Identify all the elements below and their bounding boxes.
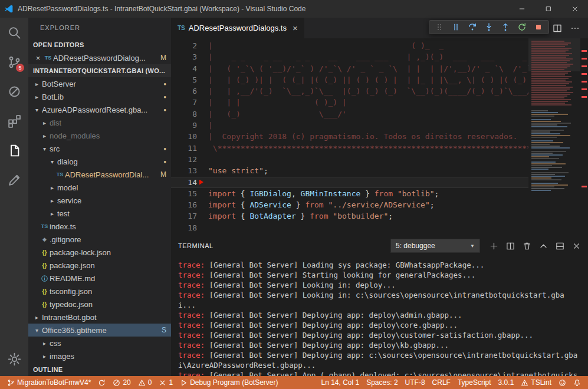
code-line[interactable]: 9| | bbox=[171, 120, 528, 131]
terminal-line: trace: [General Bot Server] Deploying ap… bbox=[178, 350, 581, 370]
search-icon[interactable] bbox=[0, 18, 28, 47]
code-line[interactable]: 13"use strict"; bbox=[171, 165, 528, 176]
tree-item[interactable]: ▾src● bbox=[28, 142, 171, 155]
code-area[interactable]: 2| ( )_ _ |3| _ _ _ __ _ _ __ ___ ___ | … bbox=[171, 38, 528, 236]
code-line[interactable]: 7| | | ( )_) | | bbox=[171, 97, 528, 108]
eol[interactable]: CRLF bbox=[429, 376, 454, 389]
code-line[interactable]: 12 bbox=[171, 154, 528, 165]
tree-item[interactable]: README.md bbox=[28, 272, 171, 285]
files-icon[interactable] bbox=[0, 136, 28, 165]
code-line[interactable]: 10| Copyright 2018 (c) pragmatismo.io. T… bbox=[171, 131, 528, 142]
tree-item[interactable]: ▸IntranetBot.gbot bbox=[28, 311, 171, 324]
version[interactable]: 3.0.1 bbox=[495, 376, 518, 389]
tree-item[interactable]: ▸images bbox=[28, 350, 171, 362]
debug-program[interactable]: Debug Program (BotServer) bbox=[176, 376, 281, 389]
code-line[interactable]: 3| _ _ _ __ _ _ __ ___ ___ | ,_)(_) ___ … bbox=[171, 51, 528, 62]
tree-item[interactable]: TSADResetPasswordDial...M bbox=[28, 168, 171, 181]
code-line[interactable]: 11 \************************************… bbox=[171, 143, 528, 154]
close-icon[interactable]: × bbox=[33, 54, 43, 62]
terminal-line: trace: [General Bot Server] Looking in: … bbox=[178, 280, 581, 290]
code-line[interactable]: 4| ( '_`\ ( '__)/'_` ) /'_`\ /' _ ` _ `\… bbox=[171, 63, 528, 74]
tree-item[interactable]: {}typedoc.json bbox=[28, 298, 171, 311]
modified-dot-badge: ● bbox=[163, 107, 166, 113]
language-mode[interactable]: TypeScript bbox=[454, 376, 495, 389]
terminal-selector[interactable]: 5: debuggee ▼ bbox=[390, 239, 480, 253]
tree-item[interactable]: ▸model bbox=[28, 181, 171, 194]
minimize-icon[interactable] bbox=[508, 0, 535, 18]
add-icon[interactable] bbox=[490, 242, 498, 250]
activity-bar-views: 5 bbox=[0, 18, 28, 194]
status-label: 1 bbox=[169, 378, 173, 387]
outline-header[interactable]: OUTLINE bbox=[28, 363, 171, 376]
close-icon[interactable]: × bbox=[293, 23, 298, 33]
tree-item[interactable]: ▸dist bbox=[28, 116, 171, 129]
restart-icon[interactable] bbox=[517, 22, 527, 32]
explorer-sidebar: EXPLORER OPEN EDITORS ×TSADResetPassword… bbox=[28, 18, 171, 376]
maximize-icon[interactable] bbox=[535, 0, 561, 18]
encoding[interactable]: UTF-8 bbox=[402, 376, 429, 389]
tree-item[interactable]: ▸BotServer● bbox=[28, 77, 171, 90]
gear-icon[interactable] bbox=[0, 344, 28, 374]
sync-button[interactable] bbox=[94, 376, 109, 389]
gripper-icon[interactable] bbox=[435, 22, 444, 32]
code-line[interactable]: 2| ( )_ _ | bbox=[171, 40, 528, 51]
readme-info-icon bbox=[40, 275, 50, 282]
chevron-up-icon[interactable] bbox=[539, 242, 548, 250]
tree-item[interactable]: ▸BotLib● bbox=[28, 90, 171, 103]
code-line[interactable]: 18 bbox=[171, 222, 528, 233]
tree-item[interactable]: ▸css bbox=[28, 337, 171, 350]
pause-icon[interactable] bbox=[451, 22, 461, 32]
editor-tab[interactable]: TS ADResetPasswordDialogs.ts × bbox=[171, 18, 304, 38]
tree-item[interactable]: {}tsconfig.json bbox=[28, 285, 171, 298]
tree-item[interactable]: ▸service bbox=[28, 194, 171, 207]
code-line[interactable]: 5| | (_) )| | ( (_| |( (_) || ( ) ( ) | … bbox=[171, 74, 528, 85]
cursor-position[interactable]: Ln 14, Col 1 bbox=[317, 376, 363, 389]
indentation[interactable]: Spaces: 2 bbox=[363, 376, 401, 389]
workspace-header[interactable]: INTRANETBOTQUICKSTART.GBAI (WO... bbox=[28, 64, 171, 77]
tree-item[interactable]: {}package-lock.json bbox=[28, 246, 171, 259]
open-editor-item[interactable]: ×TSADResetPasswordDialog...M bbox=[28, 51, 171, 64]
code-line[interactable]: 17import { BotAdapter } from "botbuilder… bbox=[171, 210, 528, 222]
more-actions-icon[interactable] bbox=[570, 24, 580, 33]
feedback-smiley[interactable] bbox=[555, 376, 570, 389]
tree-item[interactable]: ▸node_modules bbox=[28, 129, 171, 142]
source-control-icon[interactable]: 5 bbox=[0, 47, 28, 77]
notifications-bell[interactable] bbox=[570, 376, 584, 389]
trash-icon[interactable] bbox=[523, 242, 531, 250]
extensions-icon[interactable] bbox=[0, 106, 28, 136]
code-line[interactable]: 16import { ADService } from "../service/… bbox=[171, 199, 528, 210]
tree-item[interactable]: ▾Office365.gbthemeS bbox=[28, 324, 171, 337]
split-icon[interactable] bbox=[506, 242, 515, 250]
tree-item[interactable]: ◆.gitignore bbox=[28, 233, 171, 246]
tslint-status[interactable]: TSLint bbox=[517, 376, 555, 389]
terminal-line: trace: [General Bot Server] Loading sys … bbox=[178, 260, 581, 270]
panel-icon[interactable] bbox=[556, 242, 564, 250]
counter-x[interactable]: 1 bbox=[155, 376, 176, 389]
tree-item[interactable]: TSindex.ts bbox=[28, 220, 171, 233]
stop-icon[interactable] bbox=[534, 22, 543, 32]
minimap[interactable] bbox=[528, 38, 580, 236]
branch-indicator[interactable]: MigrationToBotFmwV4* bbox=[4, 376, 94, 389]
close-window-icon[interactable] bbox=[561, 0, 588, 18]
code-line[interactable]: 15import { IGBDialog, GBMinInstance } fr… bbox=[171, 188, 528, 199]
code-line[interactable]: 8| (_) \___/' | bbox=[171, 108, 528, 120]
tree-item[interactable]: ▸test bbox=[28, 207, 171, 220]
terminal-tab[interactable]: TERMINAL bbox=[178, 242, 213, 249]
tree-item[interactable]: {}package.json bbox=[28, 259, 171, 272]
terminal-output[interactable]: trace: [General Bot Server] Loading sys … bbox=[171, 256, 588, 376]
open-editors-header[interactable]: OPEN EDITORS bbox=[28, 38, 171, 51]
step-over-icon[interactable] bbox=[468, 22, 477, 32]
problems-errors[interactable]: 20 bbox=[109, 376, 134, 389]
edit-icon[interactable] bbox=[0, 165, 28, 194]
open-editors-list: ×TSADResetPasswordDialog...M bbox=[28, 51, 171, 64]
debug-icon[interactable] bbox=[0, 77, 28, 106]
step-out-icon[interactable] bbox=[501, 22, 510, 32]
tree-item[interactable]: ▾dialog● bbox=[28, 155, 171, 168]
step-into-icon[interactable] bbox=[484, 22, 494, 32]
code-line[interactable]: 14 bbox=[171, 177, 528, 188]
close-icon[interactable] bbox=[572, 242, 581, 250]
split-editor-icon[interactable] bbox=[553, 24, 562, 33]
tree-item[interactable]: ▾AzureADPasswordReset.gba...● bbox=[28, 103, 171, 116]
code-line[interactable]: 6| | ,__/'(_) `\__,_)`\__ |(_) (_) (_) `… bbox=[171, 85, 528, 97]
problems-warnings[interactable]: 0 bbox=[134, 376, 156, 389]
